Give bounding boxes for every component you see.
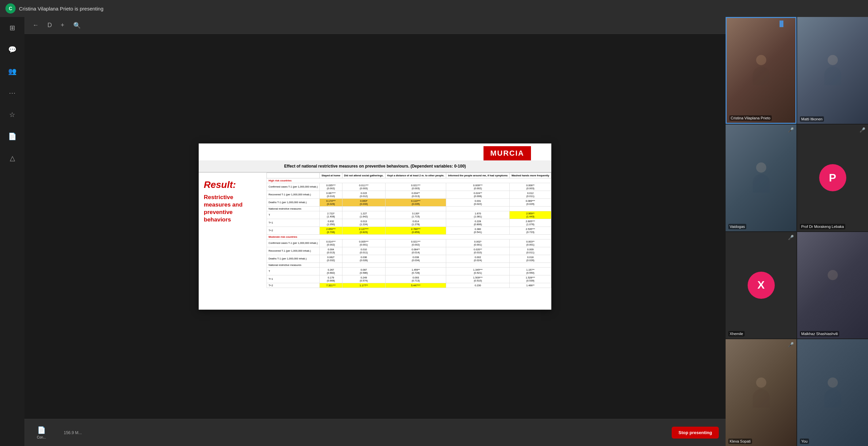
- cell: 0.087(0.586): [342, 267, 385, 275]
- cell: [320, 263, 342, 267]
- cell: 0.267(0.682): [320, 267, 342, 275]
- table-row: Recovered T-1 (per 1,000,000 inhab.) 0.0…: [267, 191, 551, 198]
- participant-video-kleva: 🎤 Kleva Sopati: [726, 339, 796, 446]
- participant-video-prof: P 🎤 Prof Dr Morakeng Lebaka: [797, 124, 868, 231]
- drive-button[interactable]: D: [45, 20, 55, 30]
- table-row: Confirmed cases T-1 (per 1,000,000 inhab…: [267, 183, 551, 191]
- moderate-risk-header: Moderate risk countries: [267, 234, 551, 239]
- participant-name-cristina: Cristina Vilaplana Prieto: [729, 115, 772, 121]
- cell-highlighted: 5.447***: [386, 283, 446, 288]
- row-label: T+2: [267, 283, 320, 288]
- table-row: T 0.267(0.682) 0.087(0.586) 1.459**(0.72…: [267, 267, 551, 275]
- participant-video-you: You: [797, 339, 868, 446]
- table-row: T 2.722*(1.408) 1.227(1.642) 3.130*(1.71…: [267, 211, 551, 219]
- sidebar-icon-chat[interactable]: 💬: [5, 43, 19, 56]
- volume-icon: ▐▌: [777, 21, 785, 27]
- table-row: T+2 2.659***(0.706) 2.127***(0.823) 2.78…: [267, 227, 551, 234]
- cell: 0.038(0.034): [386, 255, 446, 263]
- measures-label: Restrictive measures and preventive beha…: [204, 194, 261, 224]
- slide-body: Result: Restrictive measures and prevent…: [199, 173, 551, 302]
- sidebar-icon-drive[interactable]: △: [5, 151, 19, 165]
- presenter-avatar: C: [5, 3, 16, 14]
- stats-table: Stayed at home Did not attend social gat…: [267, 173, 551, 288]
- cell-highlighted: 0.110***(0.035): [386, 198, 446, 206]
- cell-highlighted: 0.174***(0.029): [320, 198, 342, 206]
- search-button[interactable]: 🔍: [71, 20, 83, 31]
- main-content: ⊞ 💬 👥 ⋯ ☆ 📄 △ ← D + 🔍 MURCIA Effect of n…: [0, 17, 868, 446]
- mute-icon-vaidogas: 🎤: [788, 127, 794, 133]
- video-bg-cristina: [727, 18, 795, 123]
- person-silhouette-you: [823, 377, 843, 408]
- sidebar-icon-file[interactable]: 📄: [5, 130, 19, 143]
- row-label: Recovered T-1 (per 1,000,000 inhab.): [267, 191, 320, 198]
- participant-name-prof: Prof Dr Morakeng Lebaka: [800, 224, 845, 229]
- sidebar-icon-star[interactable]: ☆: [5, 108, 19, 121]
- avatar-prof: P: [819, 164, 846, 191]
- cell: 0.380(0.541): [446, 227, 510, 234]
- slide-title: Effect of national restrictive measures …: [199, 160, 551, 173]
- cell: 0.035***(0.002): [320, 183, 342, 191]
- cell: [386, 206, 446, 211]
- cell: 0.013(1.224): [342, 219, 385, 227]
- cell: 2.535***(0.723): [510, 227, 551, 234]
- cell: 1.227(1.642): [342, 211, 385, 219]
- person-silhouette-matti: [823, 55, 843, 85]
- participant-video-cristina: ▐▌ Cristina Vilaplana Prieto: [726, 17, 796, 124]
- cell: 0.021***(0.003): [386, 183, 446, 191]
- cell: 0.002(0.024): [446, 255, 510, 263]
- content-panel: ← D + 🔍 MURCIA Effect of national restri…: [24, 17, 726, 446]
- cell: 0.228(0.806): [446, 219, 510, 227]
- presentation-area: MURCIA Effect of national restrictive me…: [24, 34, 726, 419]
- video-bg-you: [797, 339, 868, 446]
- cell: [342, 263, 385, 267]
- cell: 0.011***(0.003): [342, 183, 385, 191]
- sidebar-icon-people[interactable]: 👥: [5, 64, 19, 78]
- left-sidebar: ⊞ 💬 👥 ⋯ ☆ 📄 △: [0, 17, 24, 446]
- table-row: T+1 0.832(1.050) 0.013(1.224) 0.614(1.27…: [267, 219, 551, 227]
- sidebar-icon-grid[interactable]: ⊞: [5, 21, 19, 35]
- row-label: National restrictive measures: [267, 206, 320, 211]
- content-label: Con...: [37, 435, 46, 439]
- person-silhouette-malkhaz: [823, 270, 843, 300]
- participant-video-matti: Matti Itkonen: [797, 17, 868, 124]
- col-header-informed: Informed the people around me, if had sy…: [446, 173, 510, 178]
- cell: 0.031(0.022): [446, 198, 510, 206]
- cell: [446, 263, 510, 267]
- cell: 0.002*(0.001): [446, 239, 510, 247]
- table-row: National restrictive measures: [267, 263, 551, 267]
- participant-name-kleva: Kleva Sopati: [728, 439, 752, 444]
- presenting-text: Cristina Vilaplana Prieto is presenting: [19, 6, 103, 12]
- avatar-xhemile: X: [748, 272, 775, 299]
- person-silhouette-kleva: [751, 377, 771, 408]
- table-row: T+2 7.321*** 1.177** 5.447*** 0.230 1.46…: [267, 283, 551, 288]
- presenter-initial: C: [9, 6, 12, 11]
- person-silhouette-vaidogas: [751, 162, 771, 193]
- participant-name-xhemile: Xhemile: [728, 331, 745, 336]
- row-label: Deaths T-1 (per 1,000,000 inhab.): [267, 198, 320, 206]
- content-icon: 📄: [37, 426, 46, 434]
- row-label: Confirmed cases T-1 (per 1,000,000 inhab…: [267, 183, 320, 191]
- table-row: Recovered T-1 (per 1,000,000 inhab.) 0.0…: [267, 247, 551, 255]
- content-button[interactable]: 📄 Con...: [31, 423, 52, 442]
- row-label: National restrictive measures: [267, 263, 320, 267]
- sidebar-icon-apps[interactable]: ⋯: [5, 86, 19, 100]
- top-bar: C Cristina Vilaplana Prieto is presentin…: [0, 0, 868, 17]
- col-header-stayed-home: Stayed at home: [320, 173, 342, 178]
- video-bg-malkhaz: [797, 232, 868, 339]
- cell: 0.614(1.278): [386, 219, 446, 227]
- row-label: Deaths T-1 (per 1,000,000 inhab.): [267, 255, 320, 263]
- video-bg-kleva: [726, 339, 796, 446]
- add-button[interactable]: +: [58, 20, 67, 30]
- cell: 0.062*(0.032): [320, 255, 342, 263]
- cell: 0.009***(0.002): [446, 183, 510, 191]
- cell: 1.670(1.081): [446, 211, 510, 219]
- file-info: 156.9 M...: [64, 430, 82, 435]
- back-button[interactable]: ←: [30, 20, 41, 30]
- cell: 1.459**(0.728): [386, 267, 446, 275]
- col-header-washed: Washed hands more frequently: [510, 173, 551, 178]
- participant-video-malkhaz: Malkhaz Shashiashvili: [797, 232, 868, 339]
- table-row: Deaths T-1 (per 1,000,000 inhab.) 0.062*…: [267, 255, 551, 263]
- stop-presenting-button[interactable]: Stop presenting: [672, 427, 719, 439]
- cell: 0.018(0.026): [510, 255, 551, 263]
- cell: 0.020**(0.010): [446, 247, 510, 255]
